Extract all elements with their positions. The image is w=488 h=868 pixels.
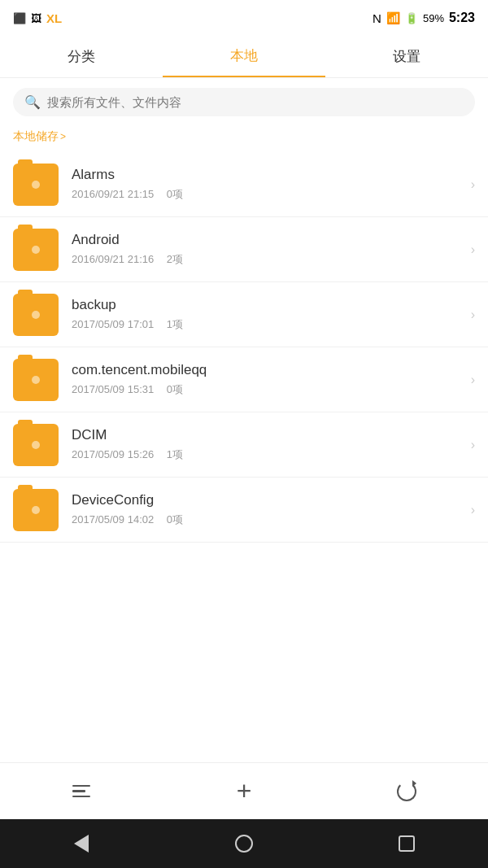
- chevron-right-icon: ›: [471, 242, 475, 257]
- wifi-icon: 📶: [386, 11, 400, 24]
- file-count: 0项: [167, 188, 183, 200]
- back-button[interactable]: [61, 827, 102, 860]
- file-list: Alarms 2016/09/21 21:15 0项 › Android 201…: [0, 152, 488, 762]
- file-item-android[interactable]: Android 2016/09/21 21:16 2项 ›: [0, 217, 488, 282]
- folder-icon: [13, 294, 59, 336]
- chevron-right-icon: ›: [471, 438, 475, 452]
- bottom-toolbar: +: [0, 762, 488, 819]
- folder-dot: [32, 181, 40, 189]
- file-info: Android 2016/09/21 21:16 2项: [59, 232, 471, 267]
- folder-icon: [13, 359, 59, 401]
- recents-button[interactable]: [386, 827, 427, 860]
- recents-square-icon: [399, 835, 415, 852]
- file-count: 0项: [167, 383, 183, 395]
- folder-icon: [13, 229, 59, 271]
- menu-line-2: [72, 790, 85, 792]
- breadcrumb[interactable]: 本地储存 >: [0, 126, 488, 152]
- file-item-backup[interactable]: backup 2017/05/09 17:01 1项 ›: [0, 282, 488, 347]
- chevron-right-icon: ›: [471, 503, 475, 517]
- folder-dot: [32, 376, 40, 384]
- chevron-right-icon: ›: [471, 177, 475, 192]
- search-input[interactable]: [47, 95, 464, 109]
- nav-tabs: 分类 本地 设置: [0, 36, 488, 78]
- nfc-icon: N: [373, 11, 381, 25]
- folder-icon: [13, 489, 59, 531]
- add-button[interactable]: +: [224, 771, 264, 812]
- app-icon-2: 🖼: [31, 12, 41, 24]
- file-meta: 2017/05/09 15:26 1项: [72, 447, 471, 462]
- app-icon-3: XL: [46, 11, 62, 25]
- file-date: 2017/05/09 15:26: [72, 448, 154, 460]
- menu-line-3: [72, 796, 90, 798]
- status-bar: ⬛ 🖼 XL N 📶 🔋 59% 5:23: [0, 0, 488, 36]
- file-name: Android: [72, 232, 471, 248]
- system-nav-bar: [0, 819, 488, 868]
- search-container: 🔍: [0, 78, 488, 126]
- file-name: Alarms: [72, 167, 471, 183]
- file-meta: 2017/05/09 17:01 1项: [72, 317, 471, 332]
- tab-settings[interactable]: 设置: [325, 36, 488, 77]
- chevron-right-icon: ›: [471, 373, 475, 387]
- file-item-dcim[interactable]: DCIM 2017/05/09 15:26 1项 ›: [0, 412, 488, 478]
- home-circle-icon: [235, 835, 253, 853]
- breadcrumb-arrow: >: [60, 131, 66, 142]
- back-triangle-icon: [74, 835, 89, 853]
- chevron-right-icon: ›: [471, 308, 475, 322]
- folder-dot: [32, 441, 40, 449]
- menu-icon: [72, 785, 90, 798]
- file-info: backup 2017/05/09 17:01 1项: [59, 297, 471, 332]
- app-icon-1: ⬛: [13, 12, 26, 24]
- breadcrumb-text: 本地储存: [13, 129, 59, 144]
- file-meta: 2016/09/21 21:15 0项: [72, 187, 471, 202]
- home-button[interactable]: [224, 827, 264, 860]
- file-name: DeviceConfig: [72, 492, 471, 508]
- file-count: 1项: [167, 448, 183, 460]
- search-icon: 🔍: [24, 94, 41, 110]
- file-info: DeviceConfig 2017/05/09 14:02 0项: [59, 492, 471, 527]
- folder-dot: [32, 506, 40, 514]
- file-info: DCIM 2017/05/09 15:26 1项: [59, 427, 471, 462]
- battery-icon: 🔋: [405, 12, 418, 24]
- status-left-icons: ⬛ 🖼 XL: [13, 11, 62, 25]
- folder-icon: [13, 424, 59, 466]
- file-date: 2017/05/09 17:01: [72, 318, 154, 330]
- file-count: 2项: [167, 253, 183, 265]
- clock[interactable]: 5:23: [449, 11, 475, 25]
- tab-local[interactable]: 本地: [163, 36, 325, 77]
- file-item-tencent[interactable]: com.tencent.mobileqq 2017/05/09 15:31 0项…: [0, 347, 488, 412]
- file-item-deviceconfig[interactable]: DeviceConfig 2017/05/09 14:02 0项 ›: [0, 478, 488, 543]
- file-date: 2017/05/09 15:31: [72, 383, 154, 395]
- menu-line-1: [72, 785, 90, 787]
- menu-button[interactable]: [61, 771, 102, 812]
- file-name: DCIM: [72, 427, 471, 443]
- file-item-alarms[interactable]: Alarms 2016/09/21 21:15 0项 ›: [0, 152, 488, 217]
- refresh-button[interactable]: [386, 771, 427, 812]
- file-info: com.tencent.mobileqq 2017/05/09 15:31 0项: [59, 362, 471, 397]
- file-meta: 2017/05/09 14:02 0项: [72, 513, 471, 527]
- folder-dot: [32, 246, 40, 254]
- folder-icon: [13, 164, 59, 206]
- file-meta: 2017/05/09 15:31 0项: [72, 382, 471, 397]
- file-date: 2017/05/09 14:02: [72, 513, 154, 526]
- file-name: com.tencent.mobileqq: [72, 362, 471, 378]
- search-bar[interactable]: 🔍: [13, 88, 475, 116]
- file-name: backup: [72, 297, 471, 313]
- folder-dot: [32, 311, 40, 319]
- tab-classify[interactable]: 分类: [0, 36, 163, 77]
- battery-percent: 59%: [423, 12, 444, 24]
- file-meta: 2016/09/21 21:16 2项: [72, 252, 471, 267]
- file-date: 2016/09/21 21:15: [72, 188, 154, 200]
- status-right-icons: N 📶 🔋 59% 5:23: [373, 11, 475, 25]
- refresh-icon: [397, 782, 416, 801]
- file-info: Alarms 2016/09/21 21:15 0项: [59, 167, 471, 202]
- file-count: 0项: [167, 513, 183, 526]
- file-count: 1项: [167, 318, 183, 330]
- file-date: 2016/09/21 21:16: [72, 253, 154, 265]
